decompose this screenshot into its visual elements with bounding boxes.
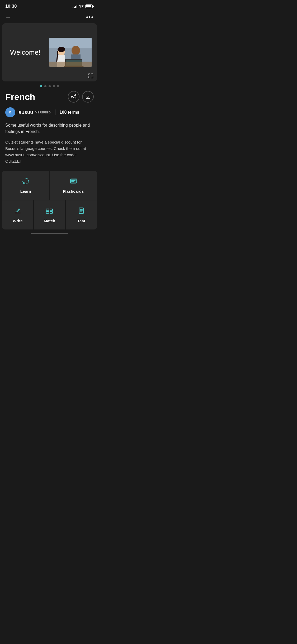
title-actions <box>68 91 94 103</box>
flashcards-button[interactable]: Flashcards <box>50 171 97 200</box>
pagination-dots <box>0 81 99 91</box>
signal-icon <box>73 4 77 8</box>
match-label: Match <box>44 219 55 223</box>
svg-rect-26 <box>46 209 49 211</box>
svg-line-24 <box>18 209 19 210</box>
dot-3[interactable] <box>49 85 51 87</box>
home-bar <box>31 233 68 234</box>
dot-4[interactable] <box>53 85 55 87</box>
svg-rect-29 <box>50 211 53 213</box>
more-button[interactable]: ••• <box>86 14 94 21</box>
svg-text:B: B <box>9 111 11 114</box>
study-modes-top-row: Learn Flashcards <box>2 171 97 200</box>
status-bar: 10:30 <box>0 0 99 11</box>
card-image-placeholder <box>49 38 92 67</box>
match-icon <box>45 207 53 216</box>
author-row: B Busuu VERIFIED 100 terms <box>5 107 94 117</box>
learn-label: Learn <box>20 189 31 194</box>
main-content: French B <box>0 91 99 164</box>
dot-5[interactable] <box>57 85 59 87</box>
svg-rect-11 <box>49 62 92 67</box>
home-indicator <box>0 231 99 236</box>
svg-rect-2 <box>49 38 92 48</box>
study-modes-bottom-row: Write Match <box>2 200 97 229</box>
flashcards-icon <box>69 177 77 186</box>
flashcard-preview: Welcome! <box>2 23 97 81</box>
nav-bar: ← ••• <box>0 11 99 23</box>
card-welcome-text: Welcome! <box>10 48 40 57</box>
verified-badge: VERIFIED <box>35 111 51 114</box>
learn-icon <box>22 177 30 186</box>
status-icons <box>73 4 94 8</box>
svg-rect-27 <box>50 209 53 211</box>
download-icon <box>85 94 91 100</box>
flashcards-label: Flashcards <box>63 189 84 194</box>
share-button[interactable] <box>68 91 79 103</box>
divider <box>55 109 55 115</box>
status-time: 10:30 <box>5 4 17 9</box>
test-label: Test <box>77 219 85 223</box>
battery-icon <box>85 4 94 8</box>
match-button[interactable]: Match <box>34 200 65 229</box>
svg-point-0 <box>81 8 82 8</box>
fullscreen-button[interactable] <box>88 73 94 79</box>
share-icon <box>71 94 77 100</box>
wifi-icon <box>79 4 84 8</box>
test-button[interactable]: Test <box>66 200 97 229</box>
promo-text: Quizlet students have a special discount… <box>5 139 94 164</box>
svg-point-5 <box>58 47 65 52</box>
dot-2[interactable] <box>44 85 46 87</box>
svg-rect-28 <box>46 211 49 213</box>
dot-1[interactable] <box>40 85 42 87</box>
write-icon <box>14 207 22 216</box>
author-info: Busuu VERIFIED <box>18 110 51 115</box>
test-icon <box>77 207 85 216</box>
svg-line-15 <box>72 95 75 96</box>
title-row: French <box>5 91 94 103</box>
terms-count: 100 terms <box>60 110 79 115</box>
busuu-logo: B <box>7 109 13 115</box>
svg-line-16 <box>72 97 75 98</box>
author-avatar: B <box>5 107 15 117</box>
card-image <box>49 38 92 67</box>
learn-button[interactable]: Learn <box>2 171 49 200</box>
download-button[interactable] <box>82 91 94 103</box>
back-button[interactable]: ← <box>5 14 11 21</box>
set-description: Some useful words for describing people … <box>5 122 94 135</box>
svg-point-6 <box>72 46 80 55</box>
set-title: French <box>5 92 35 102</box>
study-modes: Learn Flashcards <box>2 171 97 229</box>
svg-point-19 <box>23 182 24 183</box>
write-label: Write <box>13 219 23 223</box>
author-name: Busuu <box>18 110 33 115</box>
write-button[interactable]: Write <box>2 200 33 229</box>
